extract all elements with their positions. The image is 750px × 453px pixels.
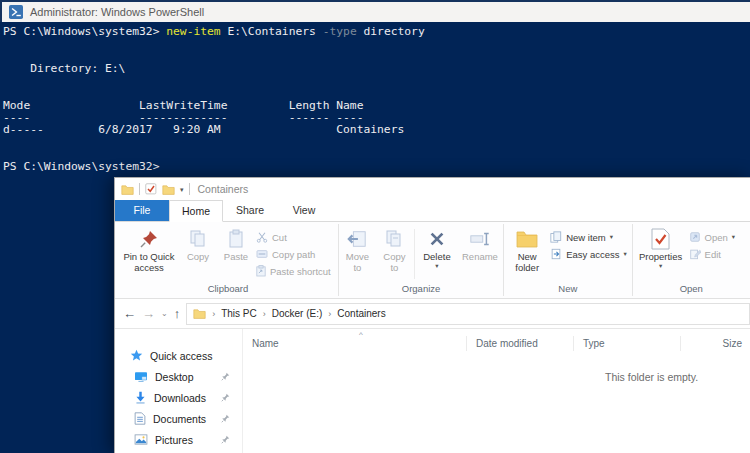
qat-properties-button[interactable] [145,183,157,195]
new-item-icon [550,231,562,243]
column-headers: Name Date modified Type Size [243,329,750,353]
clipboard-group-label: Clipboard [118,283,338,298]
move-to-label-1: Move [346,252,369,263]
open-group-label: Open [633,283,750,298]
ribbon-group-new: New folder New item ▾ [504,222,631,298]
column-header-date-modified[interactable]: Date modified [466,336,573,351]
cut-icon [256,231,268,243]
pin-to-quick-access-button[interactable]: Pin to Quick access [118,225,180,283]
prompt-text: PS C:\Windows\system32> [3,25,166,38]
rename-label: Rename [462,252,498,263]
edit-button[interactable]: Edit [689,247,745,261]
command-tail: directory [357,25,425,38]
open-icon [689,231,701,243]
easy-access-caret-icon: ▾ [624,250,627,258]
sidebar-item-quick-access[interactable]: Quick access [115,345,242,366]
copy-path-label: Copy path [272,249,315,260]
screen: Administrator: Windows PowerShell PS C:\… [0,0,750,453]
tab-home[interactable]: Home [169,200,223,222]
new-item-label: New item [566,232,606,243]
crumb-separator-3: › [328,309,331,319]
back-button[interactable]: ← [123,307,136,320]
column-header-name[interactable]: Name [243,336,466,351]
properties-label: Properties [639,252,682,263]
powershell-title: Administrator: Windows PowerShell [30,6,204,18]
ribbon-group-organize: Move to Copy to [339,222,503,298]
easy-access-label: Easy access [566,249,619,260]
sidebar-label: Pictures [155,434,193,446]
easy-access-button[interactable]: Easy access ▾ [550,247,628,261]
paste-shortcut-button[interactable]: Paste shortcut [256,264,336,278]
copy-to-label-2: to [390,263,398,274]
qat-customize-caret[interactable]: ▾ [180,186,184,193]
paste-button[interactable]: Paste [216,225,256,283]
delete-caret-icon: ▾ [435,263,438,269]
delete-button[interactable]: Delete ▾ [416,225,458,283]
tab-share[interactable]: Share [223,200,277,221]
explorer-titlebar[interactable]: ▾ Containers [115,178,750,200]
qat-new-folder-button[interactable] [162,184,175,195]
pin-label-1: Pin to Quick [123,252,174,263]
explorer-main: Quick access Desktop Downloads [115,329,750,453]
paste-label: Paste [224,252,248,263]
forward-button[interactable]: → [142,307,155,320]
paste-shortcut-label: Paste shortcut [270,266,331,277]
pin-icon [221,393,230,402]
up-button[interactable]: ↑ [174,307,181,320]
qat-separator [139,183,140,195]
console-text: PS C:\Windows\system32> new-item E:\Cont… [0,22,750,174]
desktop-icon [134,371,148,383]
sidebar-item-documents[interactable]: Documents [115,408,242,429]
pin-label-2: access [134,263,164,274]
column-header-type[interactable]: Type [573,336,680,351]
open-caret-icon: ▾ [732,233,735,241]
new-item-button[interactable]: New item ▾ [550,230,628,244]
breadcrumb-drive[interactable]: Docker (E:) [272,308,323,319]
move-to-icon [347,226,367,252]
pin-icon [221,372,230,381]
address-field[interactable]: › This PC › Docker (E:) › Containers [186,303,750,325]
crumb-separator-2: › [263,309,266,319]
sidebar-item-desktop[interactable]: Desktop [115,366,242,387]
properties-button[interactable]: Properties ▾ [633,225,689,283]
command-arg: E:\Containers [221,25,323,38]
breadcrumb-containers[interactable]: Containers [337,308,385,319]
column-header-size[interactable]: Size [680,336,750,351]
breadcrumb-this-pc[interactable]: This PC [221,308,257,319]
sidebar-label: Quick access [150,350,212,362]
recent-locations-button[interactable]: ⌄ [161,310,168,318]
open-button[interactable]: Open ▾ [689,230,745,244]
sidebar-item-downloads[interactable]: Downloads [115,387,242,408]
file-list: ^ Name Date modified Type Size This fold… [243,329,750,453]
crumb-separator: › [212,309,215,319]
copy-to-button[interactable]: Copy to [376,225,413,283]
explorer-window: ▾ Containers File Home Share View Pin to… [114,177,750,453]
copy-path-button[interactable]: Copy path [256,247,336,261]
pin-icon [221,414,230,423]
sidebar-label: Downloads [154,392,206,404]
cut-button[interactable]: Cut [256,230,336,244]
delete-icon [428,226,446,252]
ribbon: Pin to Quick access Copy Paste [115,222,750,299]
explorer-window-title: Containers [198,183,249,195]
tab-view[interactable]: View [277,200,331,221]
tab-file[interactable]: File [115,200,169,221]
powershell-icon [9,5,23,19]
location-folder-icon [193,308,206,319]
sort-ascending-icon: ^ [359,330,363,339]
powershell-titlebar[interactable]: Administrator: Windows PowerShell [0,2,750,22]
properties-icon [651,226,670,252]
new-folder-button[interactable]: New folder [504,225,550,283]
explorer-app-icon [121,184,134,195]
navigation-pane: Quick access Desktop Downloads [115,329,243,453]
copy-button[interactable]: Copy [180,225,216,283]
rename-button[interactable]: Rename [458,225,502,283]
move-to-button[interactable]: Move to [339,225,376,283]
copy-to-icon [385,226,403,252]
open-label: Open [705,232,728,243]
pictures-icon [134,434,148,445]
move-to-label-2: to [353,263,361,274]
downloads-icon [134,391,147,404]
sidebar-item-pictures[interactable]: Pictures [115,429,242,450]
edit-icon [689,248,701,260]
